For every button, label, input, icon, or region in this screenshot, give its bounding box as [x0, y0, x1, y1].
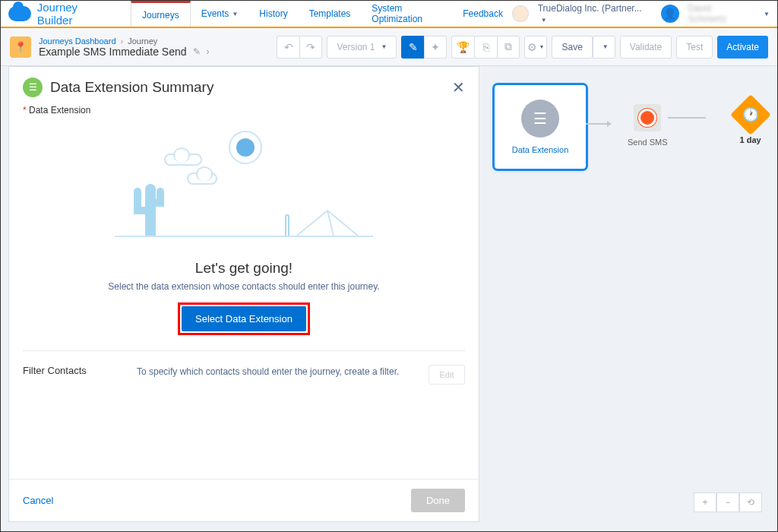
breadcrumb: Journeys Dashboard › Journey	[39, 36, 210, 46]
caret-down-icon: ▼	[541, 17, 547, 24]
panel-title: Data Extension Summary	[50, 79, 444, 96]
undo-button[interactable]: ↶	[277, 36, 299, 59]
zoom-controls: + − ⟲	[694, 492, 762, 512]
top-bar: Journey Builder Journeys Events▼ History…	[1, 1, 777, 28]
list-circle-icon: ☰	[23, 78, 43, 97]
journey-toolbar: 📍 Journeys Dashboard › Journey Example S…	[1, 28, 777, 66]
validate-button[interactable]: Validate	[620, 36, 672, 59]
done-button[interactable]: Done	[411, 489, 465, 512]
empty-state-illustration	[115, 131, 373, 245]
filter-edit-button[interactable]: Edit	[429, 365, 465, 385]
user-avatar-icon[interactable]: 👤	[661, 5, 679, 23]
app-title: Journey Builder	[37, 1, 115, 27]
breadcrumb-current: Journey	[128, 36, 157, 46]
zoom-reset-button[interactable]: ⟲	[739, 492, 762, 512]
journey-canvas[interactable]: ☰ Data Extension Send SMS 🕐 1 day + − ⟲ …	[1, 66, 777, 531]
chevron-right-icon[interactable]: ›	[207, 46, 210, 57]
caret-down-icon: ▼	[381, 43, 387, 50]
test-button[interactable]: Test	[676, 36, 713, 59]
org-selector[interactable]: TrueDialog Inc. (Partner... ▼	[538, 3, 652, 24]
user-name[interactable]: David Schmertz	[688, 3, 752, 24]
list-icon: ☰	[521, 100, 559, 138]
panel-footer: Cancel Done	[9, 479, 479, 521]
zoom-out-button[interactable]: −	[716, 492, 739, 512]
canvas-nodes: ☰ Data Extension Send SMS 🕐 1 day	[495, 85, 770, 199]
select-data-extension-button[interactable]: Select Data Extension	[182, 306, 306, 331]
section-label: * Data Extension	[9, 105, 479, 116]
cta-heading: Let's get going!	[9, 260, 479, 277]
tab-system-optimization[interactable]: System Optimization	[361, 1, 463, 27]
copy-button[interactable]: ⧉	[497, 36, 520, 59]
caret-down-icon: ▼	[539, 44, 544, 49]
tab-events[interactable]: Events▼	[191, 1, 249, 27]
node-label: Data Extension	[512, 145, 569, 154]
cancel-button[interactable]: Cancel	[23, 495, 53, 506]
goal-button[interactable]: 🏆	[451, 36, 474, 59]
activate-button[interactable]: Activate	[717, 36, 768, 59]
view-mode-button[interactable]: ✦	[424, 36, 447, 59]
caret-down-icon: ▼	[232, 11, 238, 17]
exit-button[interactable]: ⎘	[474, 36, 497, 59]
sms-icon	[638, 109, 656, 127]
journey-name-row: Example SMS Immediate Send ✎ ›	[39, 46, 210, 58]
node-label: Send SMS	[628, 138, 668, 147]
salesforce-cloud-icon	[8, 6, 31, 21]
top-right: Feedback TrueDialog Inc. (Partner... ▼ 👤…	[463, 3, 770, 24]
filter-contacts-section: Filter Contacts To specify which contact…	[9, 351, 479, 398]
highlight-box: Select Data Extension	[178, 302, 310, 335]
horizontal-scrollbar[interactable]	[1, 521, 777, 531]
cta-subtext: Select the data extension whose contacts…	[9, 281, 479, 292]
close-icon[interactable]: ✕	[452, 78, 465, 97]
data-extension-panel: ☰ Data Extension Summary ✕ * Data Extens…	[8, 66, 479, 522]
redo-button[interactable]: ↷	[299, 36, 322, 59]
filter-description: To specify which contacts should enter t…	[137, 365, 406, 385]
breadcrumb-root[interactable]: Journeys Dashboard	[39, 36, 116, 46]
wait-node[interactable]: 🕐 1 day	[736, 100, 765, 144]
tab-history[interactable]: History	[248, 1, 298, 27]
zoom-in-button[interactable]: +	[694, 492, 716, 512]
connector-arrow	[586, 123, 609, 125]
send-sms-node[interactable]: Send SMS	[628, 104, 668, 147]
feedback-link[interactable]: Feedback	[463, 8, 503, 19]
filter-label: Filter Contacts	[23, 365, 114, 385]
connector-line	[668, 117, 706, 119]
feedback-avatar-icon	[512, 5, 529, 22]
settings-gear-button[interactable]: ⚙▼	[524, 36, 547, 59]
entry-source-node[interactable]: ☰ Data Extension	[495, 85, 586, 169]
version-dropdown[interactable]: Version 1▼	[327, 36, 397, 59]
tab-templates[interactable]: Templates	[299, 1, 362, 27]
save-button[interactable]: Save	[552, 36, 592, 59]
edit-mode-button[interactable]: ✎	[401, 36, 424, 59]
edit-pencil-icon[interactable]: ✎	[193, 46, 201, 57]
clock-icon: 🕐	[742, 106, 759, 123]
node-label: 1 day	[740, 135, 761, 144]
save-dropdown-button[interactable]: ▼	[593, 36, 615, 59]
caret-down-icon: ▼	[602, 43, 609, 50]
journey-name: Example SMS Immediate Send	[39, 46, 187, 58]
nav-tabs: Journeys Events▼ History Templates Syste…	[131, 1, 463, 27]
caret-down-icon: ▼	[764, 11, 770, 17]
location-pin-icon: 📍	[10, 36, 31, 58]
tab-journeys[interactable]: Journeys	[131, 1, 191, 27]
